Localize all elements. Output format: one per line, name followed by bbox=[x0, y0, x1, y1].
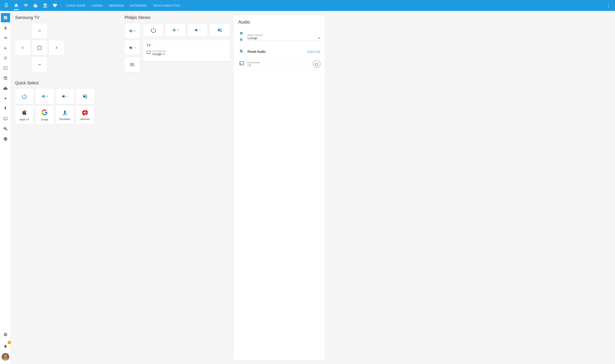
nav-bedroom[interactable]: BEDROOM bbox=[106, 3, 127, 8]
sidebar-item-c[interactable]: C bbox=[1, 64, 10, 73]
main-layout: C 2 bbox=[0, 11, 615, 364]
samsung-tv-panel: Samsung TV bbox=[15, 15, 120, 360]
channel-select-row[interactable]: TV Channels Google ▼ bbox=[146, 50, 226, 58]
svg-text:C: C bbox=[5, 67, 6, 69]
nav-divider bbox=[61, 2, 61, 8]
tv-row-buttons bbox=[143, 23, 230, 37]
execute-button[interactable]: EXECUTE bbox=[308, 50, 320, 53]
more-options-icon[interactable]: ⋮ bbox=[604, 1, 613, 10]
everywhere-label: Everywhere bbox=[248, 61, 310, 64]
philips-stereo-panel: Philips Stereo bbox=[125, 15, 230, 360]
qs-nintendo-button[interactable]: Nintendo bbox=[76, 106, 94, 124]
qs-vol-up-button[interactable] bbox=[35, 89, 54, 104]
top-navigation: ☰ LIVING ROOM LOGGIA BEDROOM BATHROOM TE… bbox=[0, 0, 615, 11]
nav-loggia[interactable]: LOGGIA bbox=[89, 3, 106, 8]
sidebar-item-lines[interactable] bbox=[1, 53, 10, 63]
tv-right-button[interactable] bbox=[49, 40, 64, 55]
avatar-image bbox=[2, 353, 9, 361]
sidebar-bottom: 2 bbox=[1, 329, 10, 362]
nintendo-icon bbox=[82, 110, 88, 117]
sidebar-item-play[interactable] bbox=[1, 94, 10, 103]
svg-rect-5 bbox=[38, 46, 41, 50]
tv-vol-down-btn[interactable] bbox=[187, 23, 208, 37]
everywhere-row: Everywhere Off bbox=[238, 58, 320, 70]
tv-left-button[interactable] bbox=[15, 40, 30, 55]
qs-apple-tv-button[interactable]: Apple TV bbox=[15, 106, 34, 124]
svg-rect-13 bbox=[240, 39, 241, 40]
menu-icon[interactable]: ☰ bbox=[2, 1, 10, 10]
audio-panel: Audio Audio Channel Lounge ▼ bbox=[234, 15, 325, 360]
tv-down-button[interactable] bbox=[32, 57, 47, 72]
quick-select-apps-row: Apple TV Google Playstation bbox=[15, 106, 120, 124]
audio-channel-value[interactable]: Lounge ▼ bbox=[248, 36, 320, 40]
apple-tv-label: Apple TV bbox=[20, 118, 29, 121]
audio-title: Audio bbox=[238, 19, 320, 25]
sidebar-item-cloud[interactable] bbox=[1, 84, 10, 93]
sidebar-item-network[interactable] bbox=[1, 74, 10, 83]
user-avatar[interactable] bbox=[2, 353, 9, 361]
reset-audio-icon bbox=[238, 49, 245, 55]
quick-select-controls-row bbox=[15, 89, 120, 104]
apple-tv-icon bbox=[21, 109, 27, 117]
nav-icon-wifi[interactable] bbox=[22, 2, 30, 9]
audio-channel-label: Audio Channel bbox=[248, 34, 320, 36]
nav-icon-home[interactable] bbox=[12, 2, 21, 9]
sidebar-item-chart[interactable] bbox=[1, 43, 10, 52]
qs-power-button[interactable] bbox=[15, 89, 34, 104]
audio-channel-row: Audio Channel Lounge ▼ bbox=[238, 28, 320, 46]
nav-icon-bank[interactable] bbox=[41, 2, 50, 9]
philips-menu-button[interactable] bbox=[125, 57, 140, 72]
sidebar: C 2 bbox=[0, 11, 11, 364]
channel-dropdown-arrow[interactable]: ▼ bbox=[163, 52, 166, 56]
tv-channel-section: TV TV Channels Google ▼ bbox=[143, 40, 230, 61]
quick-select-title: Quick Select bbox=[15, 81, 120, 85]
tv-vol-up-btn[interactable] bbox=[165, 23, 186, 37]
tv-up-button[interactable] bbox=[32, 23, 47, 39]
notification-bell[interactable]: 2 bbox=[1, 342, 10, 351]
qs-playstation-button[interactable]: Playstation bbox=[56, 106, 74, 124]
philips-vol-down-button[interactable] bbox=[125, 40, 140, 55]
sidebar-item-z[interactable] bbox=[1, 104, 10, 113]
qs-google-button[interactable]: Google bbox=[35, 106, 54, 124]
everywhere-power-button[interactable] bbox=[313, 60, 320, 68]
sidebar-item-screen[interactable] bbox=[1, 114, 10, 123]
everywhere-icon bbox=[238, 61, 245, 67]
sidebar-item-list[interactable] bbox=[1, 33, 10, 42]
reset-audio-label: Reset Audio bbox=[248, 50, 266, 53]
sidebar-item-dashboard[interactable] bbox=[1, 13, 10, 22]
sidebar-item-settings[interactable] bbox=[1, 330, 10, 339]
sidebar-item-wrench[interactable] bbox=[1, 124, 10, 133]
nav-bathroom[interactable]: BATHROOM bbox=[127, 3, 150, 8]
philips-layout: TV TV Channels Google ▼ bbox=[125, 23, 230, 72]
sidebar-item-advanced[interactable] bbox=[1, 134, 10, 143]
quick-select-section: Quick Select bbox=[15, 81, 120, 124]
audio-channel-icon bbox=[238, 31, 245, 43]
svg-rect-12 bbox=[241, 32, 242, 35]
notification-count: 2 bbox=[8, 341, 11, 344]
svg-rect-7 bbox=[86, 112, 86, 113]
sidebar-item-person[interactable] bbox=[1, 23, 10, 32]
qs-vol-down-button[interactable] bbox=[56, 89, 74, 104]
svg-rect-14 bbox=[241, 38, 242, 41]
svg-rect-15 bbox=[240, 50, 241, 52]
tv-mute-btn[interactable] bbox=[209, 23, 230, 37]
svg-rect-11 bbox=[240, 32, 241, 34]
philips-vol-up-button[interactable] bbox=[125, 23, 140, 39]
tv-power-button[interactable] bbox=[143, 23, 164, 37]
audio-channel-dropdown[interactable]: ▼ bbox=[317, 36, 320, 40]
reset-audio-content: Reset Audio bbox=[248, 50, 305, 54]
nav-icon-health[interactable] bbox=[51, 2, 59, 9]
playstation-icon bbox=[62, 110, 68, 117]
nav-icon-building[interactable] bbox=[31, 2, 40, 9]
philips-tv-section: TV TV Channels Google ▼ bbox=[143, 23, 230, 72]
nav-living-room[interactable]: LIVING ROOM bbox=[63, 3, 88, 8]
qs-mute-button[interactable] bbox=[76, 89, 94, 104]
tv-channel-icon bbox=[146, 50, 151, 55]
audio-channel-content: Audio Channel Lounge ▼ bbox=[248, 34, 320, 40]
philips-left-controls bbox=[125, 23, 140, 72]
tv-center-button[interactable] bbox=[32, 40, 47, 55]
content-area: Samsung TV bbox=[11, 11, 615, 364]
everywhere-content: Everywhere Off bbox=[248, 61, 310, 67]
everywhere-status: Off bbox=[248, 64, 310, 67]
nav-tech-analytics[interactable]: TECH & ANALYTICS bbox=[150, 3, 183, 8]
